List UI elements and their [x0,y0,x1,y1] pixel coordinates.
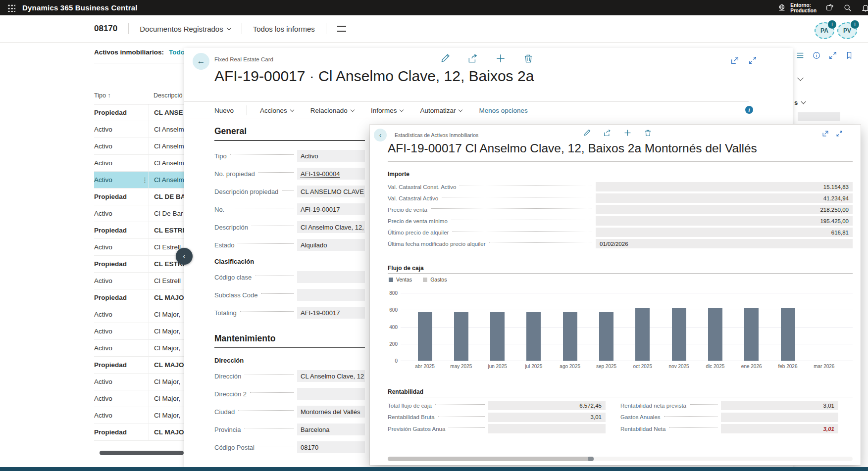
horizontal-scrollbar[interactable] [388,457,853,461]
field-value[interactable]: 195.425,00 [596,216,853,226]
field-value[interactable]: Montornés del Vallés [297,406,365,418]
bar-ventas-ago-2025[interactable] [563,312,577,361]
table-row[interactable]: Activo⋮Cl Major, [94,323,188,340]
bar-ventas-feb-2026[interactable] [781,308,795,361]
popout-icon[interactable] [730,56,739,65]
delete-icon[interactable] [523,53,534,64]
column-header-descripcion[interactable]: Descripció [149,92,182,99]
search-icon[interactable] [843,3,852,12]
bar-ventas-dic-2025[interactable] [708,308,722,361]
list-filter-link[interactable]: Todo [169,48,185,56]
factbox-field[interactable] [798,112,840,121]
legend-item-gastos[interactable]: Gastos [423,277,447,283]
bar-ventas-ene-2026[interactable] [744,308,759,361]
field-value[interactable] [488,424,606,433]
bell-icon[interactable] [861,3,868,12]
nav-company[interactable]: 08170 [94,24,117,34]
bar-ventas-abr-2025[interactable] [418,312,432,361]
chevron-down-icon[interactable] [797,75,804,81]
table-row[interactable]: Activo⋮Cl Estrell [94,273,188,289]
table-row[interactable]: Activo⋮Cl Major, [94,390,188,407]
waffle-icon[interactable] [7,3,15,12]
table-row[interactable]: Activo⋮Cl Anselm [94,155,188,172]
field-value[interactable]: 3,01 [721,401,838,410]
share-icon[interactable] [467,53,478,64]
scrollbar-nub[interactable] [588,457,594,461]
bar-ventas-jun-2025[interactable] [490,312,505,361]
column-header-tipo[interactable]: Tipo ↑ [94,92,149,99]
add-icon[interactable] [623,129,632,137]
field-value[interactable] [297,289,365,301]
menu-item-nuevo[interactable]: Nuevo [214,107,234,114]
field-value[interactable]: 41.234,94 [596,193,853,203]
table-row[interactable]: Propiedad⋮CL DE BA [94,188,188,205]
field-value[interactable] [297,388,365,400]
badge-pv[interactable]: PV+ [837,22,857,39]
field-value[interactable]: AFI-19-00017 [297,307,365,319]
horizontal-scrollbar[interactable] [100,451,184,455]
field-value[interactable]: Barcelona [297,424,365,435]
info-icon[interactable]: i [745,106,753,114]
popout-icon[interactable] [822,130,829,137]
collapse-pane-handle[interactable]: ‹ [176,248,193,265]
add-icon[interactable] [495,53,506,64]
edit-icon[interactable] [583,129,591,137]
expand-icon[interactable] [836,130,843,137]
field-value[interactable]: CL ANSELMO CLAVE 12 [297,186,365,197]
field-value[interactable]: 218.250,00 [596,205,853,214]
field-value[interactable]: 08170 [297,441,365,453]
table-row[interactable]: Activo⋮Cl Anselm [94,138,188,155]
nav-more-icon[interactable] [337,26,346,32]
field-value[interactable]: 15.154,83 [596,182,853,191]
field-value[interactable] [721,413,838,422]
field-value[interactable]: 616,81 [596,228,853,237]
bar-ventas-oct-2025[interactable] [635,308,650,361]
apps-icon[interactable] [825,3,834,12]
field-value[interactable]: AFI-19-00017 [297,203,365,215]
field-value[interactable]: AFI-19-00004 [297,168,365,180]
menu-item-relacionado[interactable]: Relacionado [310,107,354,114]
table-row[interactable]: Activo⋮Cl De Bar [94,205,188,222]
table-row[interactable]: Activo⋮Cl Anselm [94,172,188,188]
bar-ventas-may-2025[interactable] [454,312,468,361]
delete-icon[interactable] [644,129,652,137]
badge-pa[interactable]: PA+ [815,22,834,39]
info-circle-icon[interactable] [812,51,821,60]
table-row[interactable]: Activo⋮Cl Estrell [94,239,188,256]
field-value[interactable]: 01/02/2026 [596,239,853,248]
field-value[interactable]: 3,01 [488,413,606,422]
table-row[interactable]: Propiedad⋮CL ESTRI [94,256,188,273]
table-row[interactable]: Activo⋮Cl Major, [94,340,188,357]
table-row[interactable]: Propiedad⋮CL MAJO [94,289,188,306]
table-row[interactable]: Activo⋮Cl Major, [94,374,188,390]
table-row[interactable]: Activo⋮Cl Major, [94,407,188,424]
bookmark-icon[interactable] [845,51,854,60]
share-icon[interactable] [603,129,612,137]
fullscreen-icon[interactable] [828,51,837,60]
field-value[interactable]: 3,01 [721,424,838,433]
table-row[interactable]: Propiedad⋮CL ESTRI [94,222,188,239]
environment-indicator[interactable]: Entorno: Production [777,2,817,13]
table-row[interactable]: Propiedad⋮CL ANSE [94,104,188,121]
factbox-toggle-icon[interactable] [796,51,805,60]
bar-ventas-jul-2025[interactable] [526,312,541,361]
back-button[interactable]: ← [193,53,209,70]
field-value[interactable] [297,271,365,283]
menu-item-acciones[interactable]: Acciones [260,107,294,114]
back-button[interactable]: ‹ [374,129,387,141]
edit-icon[interactable] [440,53,451,64]
nav-item-todos-los-informes[interactable]: Todos los informes [253,25,315,33]
menu-item-informes[interactable]: Informes [371,107,404,114]
row-menu-icon[interactable]: ⋮ [142,176,149,184]
table-row[interactable]: Activo⋮Cl Major, [94,306,188,323]
table-row[interactable]: Propiedad⋮CL MAJO [94,357,188,374]
legend-item-ventas[interactable]: Ventas [389,277,412,283]
field-value[interactable]: Activo [297,150,365,162]
field-value[interactable]: Alquilado [297,239,365,251]
bar-ventas-sep-2025[interactable] [599,312,613,361]
field-value[interactable]: 6.572,45 [488,401,606,410]
bar-ventas-nov-2025[interactable] [672,308,686,361]
table-row[interactable]: Activo⋮Cl Anselm [94,121,188,138]
nav-item-documentos-registrados[interactable]: Documentos Registrados [140,25,230,33]
field-value[interactable]: CL Anselmo Clave, 12 [297,370,365,382]
